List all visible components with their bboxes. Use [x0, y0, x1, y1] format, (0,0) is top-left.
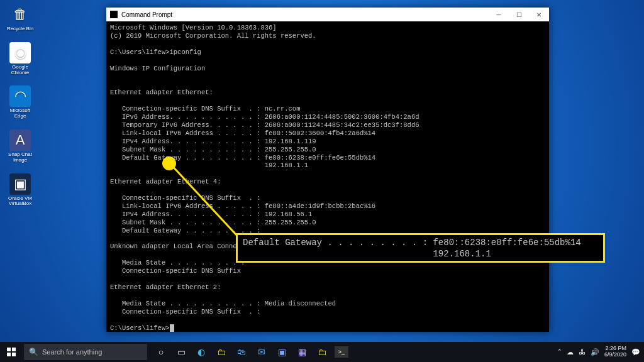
term-line: Link-local IPv6 Address . . . . . : fe80…	[110, 129, 375, 137]
desktop-icons: 🗑 Recycle Bin ◉ Google Chrome ◠ Microsof…	[4, 4, 36, 207]
virtualbox-icon: ▣	[9, 173, 31, 195]
snap-icon: A	[9, 129, 31, 151]
term-line: Connection-specific DNS Suffix . : nc.rr…	[110, 105, 300, 112]
vbox-taskbar-icon[interactable]: ▣	[274, 344, 289, 359]
svg-rect-3	[7, 353, 11, 356]
edge-icon: ◠	[9, 85, 31, 107]
term-line: C:\Users\lifew>ipconfig	[110, 48, 201, 56]
recycle-bin-icon: 🗑	[9, 4, 31, 25]
maximize-button[interactable]: ☐	[509, 8, 529, 21]
snap-taskbar-icon[interactable]: ▦	[294, 344, 309, 359]
term-line: Ethernet adapter Ethernet 4:	[110, 178, 221, 185]
search-box[interactable]: 🔍 Search for anything	[24, 344, 147, 360]
desktop-icon-recycle-bin[interactable]: 🗑 Recycle Bin	[4, 4, 36, 32]
cursor	[170, 324, 174, 332]
desktop-icon-oracle-vm-virtualbox[interactable]: ▣ Oracle VM VirtualBox	[4, 173, 36, 207]
store-taskbar-icon[interactable]: 🛍	[234, 344, 249, 359]
highlight-dot	[162, 156, 176, 170]
term-line: Subnet Mask . . . . . . . . . . . : 255.…	[110, 219, 316, 226]
cmd-taskbar-icon[interactable]: >_	[335, 346, 348, 358]
term-line: Link-local IPv6 Address . . . . . : fe80…	[110, 202, 375, 210]
term-line: Unknown adapter Local Area Connect	[110, 243, 245, 250]
cortana-icon[interactable]: ○	[153, 344, 169, 359]
explorer-taskbar-icon[interactable]: 🗀	[214, 344, 229, 359]
term-line: Microsoft Windows [Version 10.0.18363.83…	[110, 24, 277, 31]
desktop-icon-microsoft-edge[interactable]: ◠ Microsoft Edge	[4, 85, 36, 119]
term-line: Ethernet adapter Ethernet 2:	[110, 283, 221, 291]
tray-volume-icon[interactable]: 🔊	[591, 348, 599, 356]
term-line: Connection-specific DNS Suffix . :	[110, 194, 260, 202]
clock[interactable]: 2:26 PM 6/9/2020	[604, 346, 626, 358]
notifications-icon[interactable]: 💬	[631, 348, 640, 356]
chrome-icon: ◉	[9, 42, 31, 63]
term-line: Media State . . . . . . . . . .	[110, 259, 245, 266]
tray-cloud-icon[interactable]: ☁	[567, 348, 574, 356]
svg-rect-4	[12, 353, 16, 356]
terminal-output[interactable]: Microsoft Windows [Version 10.0.18363.83…	[106, 21, 549, 332]
term-line: Ethernet adapter Ethernet:	[110, 89, 213, 96]
search-placeholder: Search for anything	[42, 348, 102, 356]
desktop-icon-google-chrome[interactable]: ◉ Google Chrome	[4, 42, 36, 76]
explorer2-taskbar-icon[interactable]: 🗀	[314, 344, 330, 359]
windows-icon	[7, 348, 16, 356]
callout-line: Default Gateway . . . . . . . . . : fe80…	[243, 238, 581, 248]
term-line: IPv6 Address. . . . . . . . . . . : 2606…	[110, 113, 419, 121]
window-title: Command Prompt	[121, 11, 172, 18]
desktop-icon-label: Recycle Bin	[7, 26, 33, 32]
minimize-button[interactable]: ─	[489, 8, 509, 21]
system-tray[interactable]: ˄ ☁ 🖧 🔊 2:26 PM 6/9/2020 💬	[558, 342, 640, 362]
term-line: IPv4 Address. . . . . . . . . . . : 192.…	[110, 211, 312, 218]
command-prompt-window[interactable]: >_ Command Prompt ─ ☐ ✕ Microsoft Window…	[106, 8, 549, 332]
term-line: Subnet Mask . . . . . . . . . . . : 255.…	[110, 146, 316, 153]
svg-rect-2	[12, 348, 16, 351]
term-line: Default Gateway . . . . . . . . . : fe80…	[110, 154, 375, 162]
term-line: Media State . . . . . . . . . . . : Medi…	[110, 300, 336, 307]
task-view-icon[interactable]: ▭	[174, 344, 189, 359]
term-line: Temporary IPv6 Address. . . . . . : 2606…	[110, 121, 419, 129]
tray-network-icon[interactable]: 🖧	[579, 348, 586, 356]
term-line: Windows IP Configuration	[110, 65, 205, 72]
desktop-icon-label: Microsoft Edge	[4, 108, 36, 119]
mail-taskbar-icon[interactable]: ✉	[254, 344, 269, 359]
desktop-icon-label: Google Chrome	[4, 65, 36, 76]
close-button[interactable]: ✕	[529, 8, 549, 21]
term-line: IPv4 Address. . . . . . . . . . . : 192.…	[110, 138, 316, 145]
term-line: 192.168.1.1	[110, 162, 308, 169]
term-line: Connection-specific DNS Suffix	[110, 267, 241, 275]
taskbar[interactable]: 🔍 Search for anything ○ ▭ ◐ 🗀 🛍 ✉ ▣ ▦ 🗀 …	[0, 342, 644, 362]
cmd-icon: >_	[110, 11, 118, 18]
term-line: Connection-specific DNS Suffix . :	[110, 308, 260, 315]
term-line: C:\Users\lifew>	[110, 324, 170, 332]
desktop-icon-label: Snap Chat Image	[4, 152, 36, 163]
callout-line: 192.168.1.1	[243, 249, 491, 259]
start-button[interactable]	[0, 342, 23, 362]
term-line: (c) 2019 Microsoft Corporation. All righ…	[110, 32, 316, 40]
callout-box: Default Gateway . . . . . . . . . : fe80…	[236, 233, 605, 263]
clock-date: 6/9/2020	[604, 352, 626, 358]
edge-taskbar-icon[interactable]: ◐	[194, 344, 209, 359]
titlebar[interactable]: >_ Command Prompt ─ ☐ ✕	[106, 8, 549, 21]
tray-chevron-icon[interactable]: ˄	[558, 348, 562, 356]
search-icon: 🔍	[29, 348, 38, 356]
desktop-icon-snap-chat-image[interactable]: A Snap Chat Image	[4, 129, 36, 163]
taskbar-pinned: ○ ▭ ◐ 🗀 🛍 ✉ ▣ ▦ 🗀 >_	[153, 344, 348, 359]
desktop-icon-label: Oracle VM VirtualBox	[4, 196, 36, 207]
svg-rect-1	[7, 348, 11, 351]
